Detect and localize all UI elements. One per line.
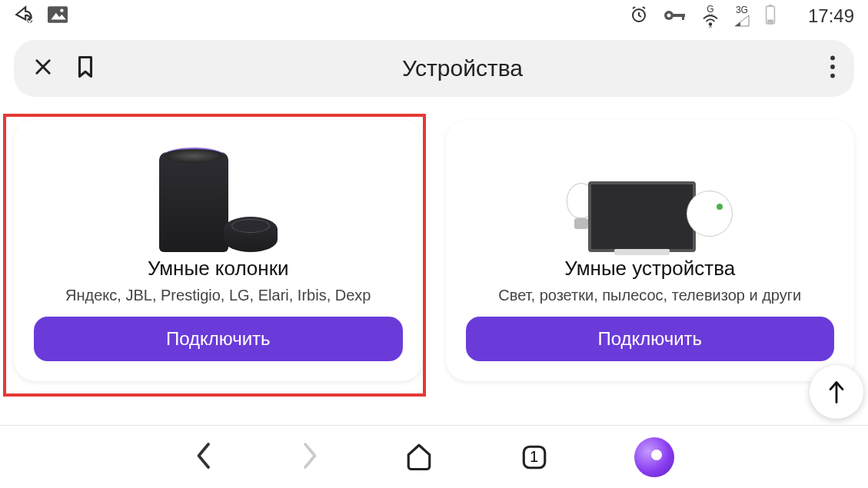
svg-rect-14 bbox=[767, 19, 773, 22]
app-bar: Устройства bbox=[14, 40, 854, 97]
clock: 17:49 bbox=[808, 5, 854, 27]
network-g-label: G bbox=[707, 5, 713, 14]
card-title: Умные устройства bbox=[564, 257, 735, 281]
card-smart-devices[interactable]: Умные устройства Свет, розетки, пылесос,… bbox=[446, 120, 855, 389]
card-title: Умные колонки bbox=[148, 257, 289, 281]
speakers-illustration bbox=[159, 137, 278, 252]
status-bar: G 3G 17:49 bbox=[0, 0, 868, 32]
image-icon bbox=[48, 6, 68, 27]
connect-button[interactable]: Подключить bbox=[34, 317, 403, 361]
card-subtitle: Свет, розетки, пылесос, телевизор и друг… bbox=[498, 287, 801, 304]
battery-icon bbox=[765, 5, 776, 28]
close-icon[interactable] bbox=[32, 56, 54, 81]
nav-alice-icon[interactable] bbox=[634, 437, 674, 477]
card-subtitle: Яндекс, JBL, Prestigio, LG, Elari, Irbis… bbox=[65, 287, 371, 304]
svg-point-6 bbox=[667, 13, 670, 17]
svg-point-16 bbox=[830, 65, 835, 69]
signal-icon: 3G bbox=[734, 5, 750, 27]
scroll-top-button[interactable] bbox=[810, 365, 863, 419]
connect-button[interactable]: Подключить bbox=[466, 317, 835, 361]
page-title: Устройства bbox=[95, 55, 830, 81]
network-3g-label: 3G bbox=[736, 5, 748, 15]
more-icon[interactable] bbox=[830, 55, 836, 81]
devices-illustration bbox=[567, 137, 733, 252]
share-icon bbox=[14, 5, 34, 28]
bookmark-icon[interactable] bbox=[75, 55, 95, 81]
vpn-key-icon bbox=[663, 8, 687, 25]
tab-count: 1 bbox=[519, 442, 550, 473]
bottom-nav: 1 bbox=[0, 425, 868, 488]
nav-forward-icon bbox=[299, 440, 319, 474]
svg-point-15 bbox=[830, 56, 835, 61]
svg-point-17 bbox=[830, 74, 835, 78]
svg-rect-13 bbox=[769, 5, 772, 7]
svg-rect-8 bbox=[682, 14, 684, 20]
svg-point-3 bbox=[60, 8, 63, 12]
nav-back-icon[interactable] bbox=[195, 440, 215, 474]
alarm-icon bbox=[630, 5, 648, 28]
nav-home-icon[interactable] bbox=[404, 440, 434, 474]
wifi-icon: G bbox=[702, 5, 719, 28]
nav-tabs-icon[interactable]: 1 bbox=[519, 442, 550, 473]
svg-marker-10 bbox=[735, 15, 749, 26]
svg-point-9 bbox=[710, 23, 712, 25]
content-area: Умные колонки Яндекс, JBL, Prestigio, LG… bbox=[0, 97, 868, 389]
svg-rect-1 bbox=[48, 6, 68, 23]
card-smart-speakers[interactable]: Умные колонки Яндекс, JBL, Prestigio, LG… bbox=[14, 120, 423, 389]
